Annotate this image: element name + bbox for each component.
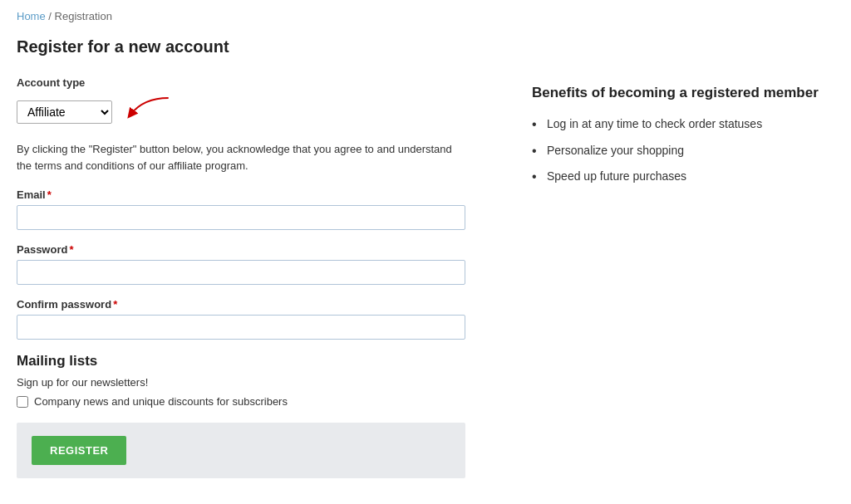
account-type-select[interactable]: Affiliate Customer Business xyxy=(17,100,112,124)
mailing-subtitle: Sign up for our newsletters! xyxy=(17,376,482,389)
benefits-list: Log in at any time to check order status… xyxy=(532,116,834,185)
benefit-item-3: Speed up future purchases xyxy=(532,169,834,185)
password-label: Password* xyxy=(17,243,482,256)
confirm-password-label: Confirm password* xyxy=(17,298,482,311)
page-title: Register for a new account xyxy=(17,37,834,56)
email-field-group: Email* xyxy=(17,188,482,230)
password-input[interactable] xyxy=(17,260,465,285)
registration-form: Account type Affiliate Customer Business xyxy=(17,76,482,478)
register-button[interactable]: REGISTER xyxy=(32,436,126,465)
register-bar: REGISTER xyxy=(17,423,465,478)
benefits-panel: Benefits of becoming a registered member… xyxy=(532,76,834,478)
confirm-password-required-marker: * xyxy=(113,298,117,311)
password-required-marker: * xyxy=(69,243,73,256)
confirm-password-input[interactable] xyxy=(17,315,465,340)
newsletter-checkbox-row: Company news and unique discounts for su… xyxy=(17,395,482,408)
email-label: Email* xyxy=(17,188,482,201)
arrow-indicator xyxy=(122,94,172,130)
account-type-label: Account type xyxy=(17,76,482,89)
email-input[interactable] xyxy=(17,205,465,230)
breadcrumb-separator: / xyxy=(48,10,54,22)
email-required-marker: * xyxy=(47,188,52,201)
breadcrumb: Home / Registration xyxy=(17,10,834,22)
password-field-group: Password* xyxy=(17,243,482,285)
mailing-lists-title: Mailing lists xyxy=(17,353,482,369)
newsletter-checkbox[interactable] xyxy=(17,396,28,408)
breadcrumb-home[interactable]: Home xyxy=(17,10,46,22)
account-type-row: Affiliate Customer Business xyxy=(17,94,482,130)
confirm-password-field-group: Confirm password* xyxy=(17,298,482,340)
benefit-item-2: Personalize your shopping xyxy=(532,143,834,159)
newsletter-label: Company news and unique discounts for su… xyxy=(34,395,288,408)
benefit-item-1: Log in at any time to check order status… xyxy=(532,116,834,133)
benefits-title: Benefits of becoming a registered member xyxy=(532,85,834,101)
terms-text: By clicking the "Register" button below,… xyxy=(17,141,465,174)
breadcrumb-current: Registration xyxy=(55,10,112,22)
